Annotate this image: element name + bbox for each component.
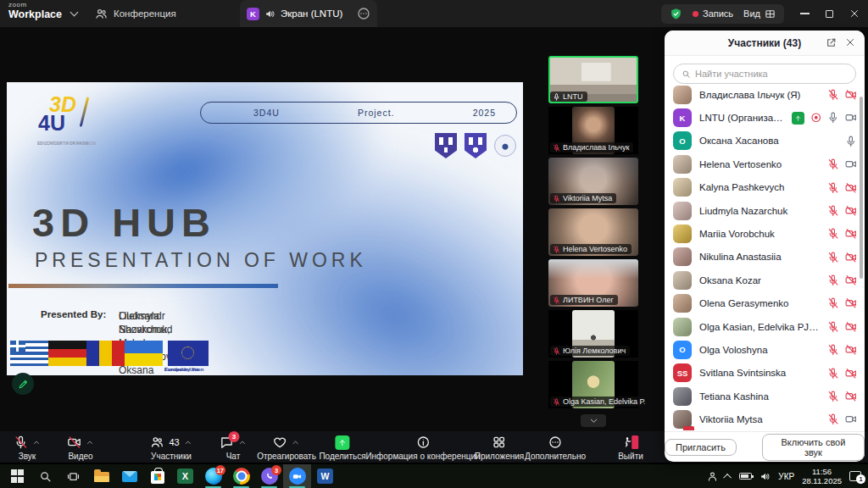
participant-avatar: O [673, 341, 692, 359]
excel-button[interactable]: X [171, 464, 199, 488]
leave-label: Выйти [618, 452, 643, 461]
file-explorer-button[interactable] [87, 464, 115, 488]
video-options-chevron-icon[interactable] [86, 439, 94, 446]
invite-button[interactable]: Пригласить [665, 439, 737, 456]
participant-row[interactable]: OОксана Хасанова [673, 130, 856, 152]
tab-meeting[interactable]: Конференция [95, 0, 176, 27]
participant-name: Liudmyla Nazarchuk [699, 206, 820, 216]
video-tile[interactable]: Владислава Ільчук [548, 107, 638, 154]
hidden-icons-chevron-icon[interactable] [723, 473, 732, 481]
apps-icon [492, 435, 506, 449]
react-chevron-icon[interactable] [292, 439, 299, 446]
taskbar-clock[interactable]: 11:56 28.11.2025 [802, 467, 842, 485]
audio-options-chevron-icon[interactable] [33, 439, 41, 446]
recording-indicator[interactable]: Запись [693, 8, 733, 19]
video-tile-active-speaker[interactable]: LNTU [548, 56, 638, 103]
greece-flag [10, 341, 48, 366]
apps-button[interactable]: Приложения [475, 435, 525, 461]
view-button[interactable]: Вид [743, 8, 776, 19]
participant-row[interactable]: Liudmyla Nazarchuk [673, 199, 856, 222]
participant-row[interactable]: SSSvitlana Svintsinska [673, 362, 856, 385]
popout-panel-icon[interactable] [826, 37, 837, 48]
volume-icon[interactable] [760, 471, 771, 482]
participants-button[interactable]: 43 Участники [150, 435, 192, 461]
audio-label: Звук [19, 452, 36, 461]
react-button[interactable]: Отреагировать [257, 435, 316, 461]
tab-screen-share[interactable]: K Экран (LNTU) [240, 0, 377, 27]
video-tile[interactable]: Юлія Лемколович [548, 310, 638, 358]
chat-button[interactable]: 3 Чат [220, 435, 247, 461]
participants-icon [150, 435, 164, 449]
audio-button[interactable]: Звук [14, 435, 41, 461]
view-label: Вид [743, 8, 760, 19]
meeting-people-icon [95, 8, 108, 20]
participant-row[interactable]: Mariia Vorobchuk [673, 222, 856, 245]
camera-muted-icon [845, 89, 857, 101]
chat-label: Чат [226, 452, 241, 461]
participant-row[interactable]: Helena Vertosenko [673, 152, 856, 175]
chrome-button[interactable] [227, 464, 255, 488]
window-minimize-button[interactable] [800, 13, 810, 14]
video-label: Видео [68, 452, 92, 461]
participant-avatar [673, 294, 692, 313]
zoom-icon [289, 468, 306, 485]
participant-row[interactable]: Tetiana Kashina [673, 385, 856, 408]
participant-row[interactable]: Владислава Ільчук (Я) [673, 83, 856, 106]
mic-muted-icon [553, 398, 560, 406]
participant-status-icons [845, 136, 857, 147]
start-button[interactable] [3, 464, 31, 488]
video-tile[interactable]: ЛИТВИН Олег [548, 259, 638, 307]
participant-row[interactable]: Kalyna Pashkevych [673, 176, 856, 199]
more-thumbnails-button[interactable] [581, 414, 606, 427]
app-menu-chevron-icon[interactable] [70, 8, 79, 17]
tab-options-icon[interactable] [357, 7, 370, 20]
close-panel-icon[interactable] [845, 37, 855, 47]
battery-icon[interactable] [739, 473, 752, 480]
window-close-button[interactable] [849, 8, 860, 19]
camera-muted-icon [845, 391, 857, 402]
notification-center-icon[interactable]: 1 [849, 471, 861, 481]
annotation-pencil-button[interactable] [12, 373, 34, 395]
university-shield-logo [435, 133, 457, 158]
eu-stars-icon [181, 347, 194, 359]
share-label: Поделиться [319, 452, 365, 461]
edge-button[interactable]: 17 [199, 464, 227, 488]
word-button[interactable]: W [311, 464, 339, 488]
participant-avatar [673, 202, 692, 220]
participant-row[interactable]: Viktoriia Mytsa [673, 408, 856, 429]
video-tile[interactable]: Helena Vertosenko [548, 208, 638, 256]
store-button[interactable] [143, 464, 171, 488]
mail-button[interactable] [115, 464, 143, 488]
taskbar-search-button[interactable] [31, 464, 59, 488]
partner-flags: Funded by the European Union [10, 341, 209, 366]
tile-name: LNTU [563, 92, 583, 101]
participant-row[interactable]: Olena Gerasymenko [673, 292, 856, 315]
people-tray-icon[interactable] [707, 471, 718, 482]
mic-muted-icon [827, 344, 839, 356]
meeting-info-button[interactable]: Информация о конференции [365, 435, 480, 461]
participant-row[interactable]: Oksana Kozar [673, 269, 856, 291]
zoom-taskbar-button[interactable] [283, 464, 311, 488]
slide-title: 3D HUB [32, 199, 216, 246]
window-maximize-button[interactable] [826, 10, 833, 18]
task-view-button[interactable] [59, 464, 87, 488]
participant-row[interactable]: OOlga Voloshyna [673, 338, 856, 361]
viber-button[interactable]: 3 [255, 464, 283, 488]
more-label: Дополнительно [525, 452, 586, 461]
panel-scrollbar[interactable] [860, 97, 863, 279]
language-indicator[interactable]: УКР [778, 472, 794, 481]
chat-chevron-icon[interactable] [239, 439, 247, 446]
participant-row[interactable]: KLNTU (Организатор) [673, 106, 856, 129]
participant-name: Tetiana Kashina [699, 391, 820, 402]
more-button[interactable]: Дополнительно [525, 435, 586, 461]
video-button[interactable]: Видео [68, 435, 94, 461]
search-input[interactable] [695, 69, 848, 79]
participant-row[interactable]: Olga Kasian, Edelvika PJSC [673, 315, 856, 338]
unmute-self-button[interactable]: Включить свой звук [762, 434, 865, 461]
video-tile[interactable]: Olga Kasian, Edelvika P... [548, 361, 638, 408]
share-button[interactable]: Поделиться [319, 435, 365, 461]
participant-row[interactable]: Nikulina Anastasiia [673, 246, 856, 269]
video-tile[interactable]: Viktoriia Mytsa [548, 158, 638, 205]
participants-chevron-icon[interactable] [185, 439, 192, 446]
leave-button[interactable]: Выйти [618, 435, 643, 461]
